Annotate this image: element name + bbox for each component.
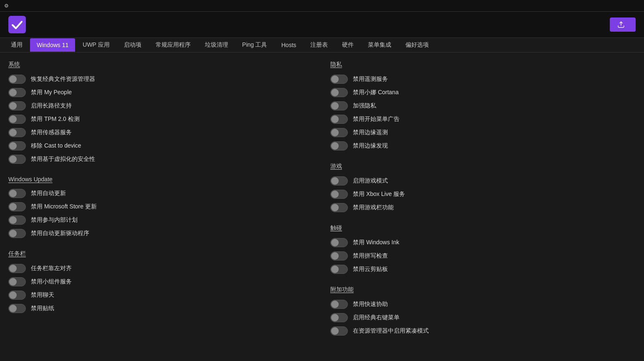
toggle-恢复经典文件资源管理器[interactable] bbox=[8, 75, 26, 84]
toggle-禁用云剪贴板[interactable] bbox=[330, 265, 348, 274]
option-row: 禁用基于虚拟化的安全性 bbox=[8, 153, 314, 166]
option-row: 禁用 Microsoft Store 更新 bbox=[8, 200, 314, 213]
toggle-禁用-xbox-live-服务[interactable] bbox=[330, 190, 348, 199]
toggle-在资源管理器中启用紧凑模式[interactable] bbox=[330, 326, 348, 336]
option-row: 启用经典右键菜单 bbox=[330, 311, 636, 324]
toggle-禁用开始菜单广告[interactable] bbox=[330, 115, 348, 124]
toggle-禁用拼写检查[interactable] bbox=[330, 251, 348, 261]
nav-tab-uwp-应用[interactable]: UWP 应用 bbox=[76, 38, 116, 52]
option-row: 禁用聊天 bbox=[8, 288, 314, 302]
toggle-启用游戏模式[interactable] bbox=[330, 176, 348, 186]
header bbox=[0, 12, 644, 38]
right-column: 隐私禁用遥测服务禁用小娜 Cortana加强隐私禁用开始菜单广告禁用边缘遥测禁用… bbox=[330, 58, 636, 355]
option-row: 禁用贴纸 bbox=[8, 302, 314, 315]
toggle-移除-cast-to-device[interactable] bbox=[8, 141, 26, 150]
nav-tab-启动项[interactable]: 启动项 bbox=[117, 38, 148, 52]
option-row: 禁用 Windows Ink bbox=[330, 236, 636, 249]
option-row: 禁用 My People bbox=[8, 86, 314, 99]
option-row: 启用游戏模式 bbox=[330, 174, 636, 188]
toggle-禁用聊天[interactable] bbox=[8, 291, 26, 300]
option-row: 移除 Cast to device bbox=[8, 139, 314, 153]
title-bar-icon: ⚙ bbox=[4, 3, 9, 9]
toggle-加强隐私[interactable] bbox=[330, 101, 348, 110]
toggle-禁用-microsoft-store-更[interactable] bbox=[8, 202, 26, 211]
option-row: 禁用边缘发现 bbox=[330, 139, 636, 153]
main-content: 系统恢复经典文件资源管理器禁用 My People启用长路径支持禁用 TPM 2… bbox=[0, 53, 644, 360]
toggle-禁用自动更新[interactable] bbox=[8, 189, 26, 198]
nav-tab-偏好选项[interactable]: 偏好选项 bbox=[399, 38, 435, 52]
nav-tab-常规应用程序[interactable]: 常规应用程序 bbox=[149, 38, 197, 52]
logo-icon bbox=[8, 16, 26, 33]
toggle-禁用传感器服务[interactable] bbox=[8, 128, 26, 137]
option-row: 启用长路径支持 bbox=[8, 99, 314, 113]
option-row: 禁用游戏栏功能 bbox=[330, 201, 636, 214]
section-gap bbox=[8, 240, 314, 247]
option-row: 在资源管理器中启用紧凑模式 bbox=[330, 324, 636, 338]
title-bar: ⚙ bbox=[0, 0, 644, 12]
option-label: 禁用 Xbox Live 服务 bbox=[353, 191, 405, 198]
option-label: 禁用边缘遥测 bbox=[353, 129, 388, 136]
toggle-禁用贴纸[interactable] bbox=[8, 304, 26, 313]
option-row: 任务栏靠左对齐 bbox=[8, 262, 314, 275]
option-row: 禁用拼写检查 bbox=[330, 249, 636, 263]
nav-tab-通用[interactable]: 通用 bbox=[4, 38, 29, 52]
option-label: 禁用小娜 Cortana bbox=[353, 89, 399, 96]
upload-button[interactable] bbox=[610, 18, 636, 32]
option-label: 禁用 Microsoft Store 更新 bbox=[31, 203, 97, 211]
toggle-禁用遥测服务[interactable] bbox=[330, 75, 348, 84]
option-row: 禁用快速协助 bbox=[330, 298, 636, 311]
toggle-禁用边缘遥测[interactable] bbox=[330, 128, 348, 137]
option-label: 禁用自动更新驱动程序 bbox=[31, 230, 89, 237]
toggle-禁用-my-people[interactable] bbox=[8, 88, 26, 97]
toggle-禁用参与内部计划[interactable] bbox=[8, 216, 26, 225]
svg-rect-0 bbox=[8, 16, 26, 33]
option-label: 禁用 My People bbox=[31, 89, 72, 96]
toggle-禁用-tpm-2.0-检测[interactable] bbox=[8, 115, 26, 124]
nav-tab-windows-11[interactable]: Windows 11 bbox=[30, 38, 75, 52]
section-gap bbox=[330, 214, 636, 221]
option-label: 禁用边缘发现 bbox=[353, 142, 388, 150]
option-label: 禁用自动更新 bbox=[31, 190, 66, 197]
toggle-禁用自动更新驱动程序[interactable] bbox=[8, 229, 26, 238]
toggle-启用长路径支持[interactable] bbox=[8, 101, 26, 110]
section-title: 触碰 bbox=[330, 224, 636, 232]
option-label: 恢复经典文件资源管理器 bbox=[31, 75, 95, 83]
option-label: 启用经典右键菜单 bbox=[353, 314, 400, 321]
toggle-任务栏靠左对齐[interactable] bbox=[8, 264, 26, 273]
section-title: 隐私 bbox=[330, 61, 636, 68]
option-row: 禁用自动更新 bbox=[8, 187, 314, 200]
option-label: 禁用贴纸 bbox=[31, 305, 54, 312]
option-row: 禁用边缘遥测 bbox=[330, 126, 636, 139]
maximize-button[interactable] bbox=[613, 1, 626, 10]
toggle-禁用-windows-ink[interactable] bbox=[330, 238, 348, 247]
section-title: 系统 bbox=[8, 61, 314, 68]
option-label: 禁用聊天 bbox=[31, 291, 54, 299]
nav-tab-垃圾清理[interactable]: 垃圾清理 bbox=[198, 38, 235, 52]
close-button[interactable] bbox=[627, 1, 640, 10]
toggle-禁用边缘发现[interactable] bbox=[330, 141, 348, 150]
option-label: 禁用 Windows Ink bbox=[353, 239, 399, 246]
toggle-禁用基于虚拟化的安全性[interactable] bbox=[8, 155, 26, 164]
option-label: 禁用传感器服务 bbox=[31, 129, 72, 136]
toggle-禁用游戏栏功能[interactable] bbox=[330, 203, 348, 212]
section-gap bbox=[8, 166, 314, 173]
nav-tab-注册表[interactable]: 注册表 bbox=[304, 38, 335, 52]
option-label: 禁用小组件服务 bbox=[31, 278, 72, 286]
option-label: 加强隐私 bbox=[353, 102, 376, 110]
nav-tab-硬件[interactable]: 硬件 bbox=[335, 38, 360, 52]
option-row: 加强隐私 bbox=[330, 99, 636, 113]
minimize-button[interactable] bbox=[599, 1, 611, 10]
toggle-禁用小组件服务[interactable] bbox=[8, 277, 26, 286]
toggle-禁用小娜-cortana[interactable] bbox=[330, 88, 348, 97]
nav-tab-hosts[interactable]: Hosts bbox=[275, 38, 303, 52]
nav-tabs: 通用Windows 11UWP 应用启动项常规应用程序垃圾清理Ping 工具Ho… bbox=[0, 38, 644, 53]
section-gap bbox=[330, 276, 636, 283]
option-label: 禁用拼写检查 bbox=[353, 252, 388, 260]
toggle-启用经典右键菜单[interactable] bbox=[330, 313, 348, 322]
toggle-禁用快速协助[interactable] bbox=[330, 300, 348, 309]
nav-tab-菜单集成[interactable]: 菜单集成 bbox=[361, 38, 398, 52]
section-title: 附加功能 bbox=[330, 286, 636, 293]
nav-tab-ping-工具[interactable]: Ping 工具 bbox=[236, 38, 274, 52]
option-row: 禁用遥测服务 bbox=[330, 73, 636, 86]
option-row: 禁用自动更新驱动程序 bbox=[8, 227, 314, 240]
